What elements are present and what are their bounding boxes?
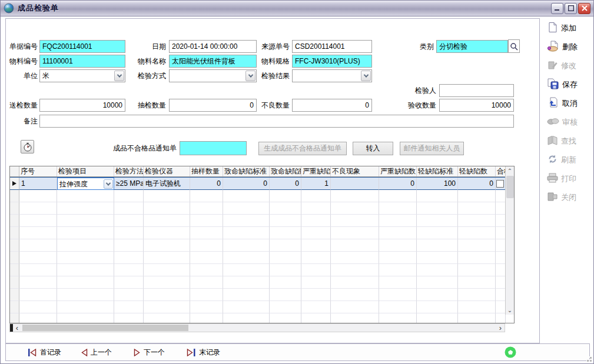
cell-minor-count[interactable]: 0 — [458, 178, 496, 190]
table-header-row: 序号 检验项目 检验方法 检验仪器 抽样数量 致命缺陷标准 致命缺陷数 严重缺陷… — [10, 166, 514, 177]
material-name-label: 物料名称 — [132, 55, 166, 68]
cell-major-std[interactable]: 1 — [301, 178, 331, 190]
unit-dropdown[interactable]: 米 — [39, 69, 125, 82]
category-field[interactable] — [436, 40, 508, 53]
material-name-field[interactable] — [169, 55, 257, 68]
print-button[interactable]: 打印 — [542, 172, 592, 185]
minimize-button[interactable] — [551, 3, 563, 14]
cell-instrument[interactable]: 电子试验机 — [144, 178, 190, 190]
table-empty-row — [10, 190, 514, 202]
col-header-major-std[interactable]: 严重缺陷标准 — [301, 166, 331, 176]
delete-button[interactable]: 删除 — [542, 41, 592, 54]
material-no-field[interactable] — [39, 55, 125, 68]
close-form-button[interactable]: 关闭 — [542, 191, 592, 204]
material-spec-field[interactable] — [292, 55, 372, 68]
last-record-button[interactable]: 末记录 — [187, 347, 220, 358]
combobox-value: 拉伸强度 — [58, 178, 104, 190]
cell-major-count[interactable]: 0 — [379, 178, 417, 190]
row-indicator — [10, 178, 19, 190]
combobox-chevron-down-icon[interactable] — [104, 179, 113, 189]
col-header-defect-phenomenon[interactable]: 不良现象 — [331, 166, 379, 176]
cell-critical-std[interactable]: 0 — [223, 178, 270, 190]
chevron-down-icon[interactable] — [361, 71, 371, 81]
col-header-sample-qty[interactable]: 抽样数量 — [190, 166, 223, 176]
modify-button[interactable]: 修改 — [542, 59, 592, 72]
chevron-down-icon[interactable] — [245, 71, 255, 81]
col-header-seq[interactable]: 序号 — [19, 166, 57, 176]
remark-field[interactable] — [39, 115, 514, 128]
status-green-icon[interactable] — [505, 346, 516, 358]
cell-item-combobox[interactable]: 拉伸强度 — [57, 178, 114, 190]
col-header-method[interactable]: 检验方法 — [114, 166, 144, 176]
bad-qty-field[interactable] — [292, 99, 372, 112]
cell-method[interactable]: ≥25 MPa — [114, 178, 144, 190]
inspect-result-dropdown[interactable] — [292, 69, 372, 82]
send-qty-field[interactable] — [39, 99, 125, 112]
scroll-down-icon[interactable]: ⌄ — [506, 306, 514, 315]
action-toolbar: 添加 删除 修改 保存 取消 审核 查找 刷新 — [542, 19, 592, 225]
remark-label: 备注 — [6, 115, 38, 128]
scroll-left-icon[interactable]: ‹ — [13, 324, 21, 332]
inspect-method-dropdown[interactable] — [169, 69, 257, 82]
maximize-button[interactable] — [565, 3, 577, 14]
email-notify-button[interactable]: 邮件通知相关人员 — [400, 142, 464, 155]
col-header-minor-std[interactable]: 轻缺陷标准 — [417, 166, 458, 176]
sample-qty-field[interactable] — [169, 99, 257, 112]
chevron-down-icon[interactable] — [114, 71, 124, 81]
cell-critical-count[interactable]: 0 — [270, 178, 301, 190]
timer-button[interactable] — [21, 140, 34, 153]
category-search-button[interactable] — [508, 39, 520, 53]
source-no-field[interactable] — [292, 40, 372, 53]
date-field[interactable] — [169, 40, 257, 53]
material-spec-label: 物料规格 — [260, 55, 290, 68]
col-header-instrument[interactable]: 检验仪器 — [144, 166, 190, 176]
table-empty-row — [10, 215, 514, 227]
material-no-label: 物料编号 — [6, 55, 38, 68]
cell-sample-qty[interactable]: 0 — [190, 178, 223, 190]
audit-icon — [547, 116, 559, 128]
generate-notice-button[interactable]: 生成成品不合格品通知单 — [258, 142, 347, 155]
prev-record-button[interactable]: 上一个 — [81, 347, 112, 358]
qualified-checkbox[interactable] — [496, 180, 504, 188]
minimize-icon — [555, 6, 560, 11]
save-button[interactable]: 保存 — [542, 78, 592, 91]
transfer-in-button[interactable]: 转入 — [353, 142, 393, 155]
add-button[interactable]: 添加 — [542, 22, 592, 35]
col-header-minor-count[interactable]: 轻缺陷数 — [458, 166, 496, 176]
bad-qty-label: 不良数量 — [260, 99, 290, 112]
first-record-button[interactable]: 首记录 — [28, 347, 61, 358]
accept-qty-field[interactable] — [439, 99, 514, 112]
vertical-scroll-thumb[interactable] — [506, 176, 514, 198]
table-empty-row — [10, 202, 514, 215]
notice-label: 成品不合格品通知单 — [88, 142, 177, 155]
resize-grip[interactable] — [585, 355, 592, 362]
cell-minor-std[interactable]: 100 — [417, 178, 458, 190]
col-header-item[interactable]: 检验项目 — [57, 166, 114, 176]
inspect-result-label: 检验结果 — [260, 69, 290, 82]
next-record-button[interactable]: 下一个 — [134, 347, 165, 358]
find-button[interactable]: 查找 — [542, 135, 592, 148]
inspector-field[interactable] — [439, 84, 514, 97]
doc-no-field[interactable] — [39, 40, 125, 53]
horizontal-scrollbar[interactable]: ‹ › — [9, 323, 505, 332]
col-header-qualified[interactable]: 合格 — [496, 166, 506, 176]
col-header-critical-count[interactable]: 致命缺陷数 — [270, 166, 301, 176]
scroll-up-icon[interactable]: ⌃ — [506, 166, 514, 175]
refresh-button[interactable]: 刷新 — [542, 153, 592, 166]
cancel-button[interactable]: 取消 — [542, 97, 592, 110]
audit-button[interactable]: 审核 — [542, 116, 592, 129]
sample-qty-label: 抽检数量 — [132, 99, 166, 112]
cell-seq[interactable]: 1 — [19, 178, 57, 190]
cell-defect-phenomenon[interactable] — [331, 178, 379, 190]
horizontal-scroll-thumb[interactable] — [22, 325, 188, 331]
date-label: 日期 — [132, 40, 166, 53]
table-header-gutter — [10, 166, 19, 176]
close-button[interactable] — [578, 3, 590, 14]
notice-field[interactable] — [180, 141, 247, 155]
col-header-critical-std[interactable]: 致命缺陷标准 — [223, 166, 270, 176]
vertical-scrollbar[interactable]: ⌃ ⌄ — [505, 166, 514, 315]
col-header-major-count[interactable]: 严重缺陷数 — [379, 166, 417, 176]
scroll-right-icon[interactable]: › — [496, 324, 505, 332]
table-row[interactable]: 1 拉伸强度 ≥25 MPa 电子试验机 0 0 0 1 0 100 0 — [10, 177, 514, 190]
cell-qualified — [496, 178, 506, 190]
